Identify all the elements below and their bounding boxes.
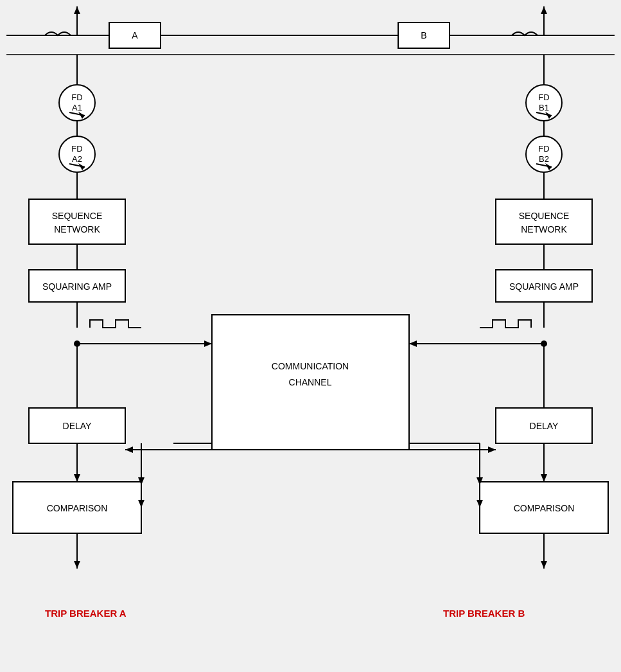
squaring-amp-right-label: SQUARING AMP <box>509 281 579 292</box>
fd-a2-sublabel: A2 <box>72 154 82 164</box>
fd-a1-sublabel: A1 <box>72 103 82 112</box>
breaker-b-label: B <box>421 30 426 40</box>
fd-a2-label: FD <box>71 144 82 154</box>
fd-b2-label: FD <box>538 144 549 154</box>
svg-rect-48 <box>496 199 592 244</box>
seq-net-left-label1: SEQUENCE <box>52 211 103 221</box>
trip-breaker-b-label: TRIP BREAKER B <box>443 608 525 619</box>
delay-left-label: DELAY <box>63 421 92 431</box>
fd-b2-sublabel: B2 <box>539 154 549 164</box>
seq-net-right-label2: NETWORK <box>521 224 567 234</box>
comm-channel-label2: CHANNEL <box>289 377 332 387</box>
fd-b1-sublabel: B1 <box>539 103 549 112</box>
seq-net-left-label2: NETWORK <box>54 224 100 234</box>
comm-channel-label1: COMMUNICATION <box>272 361 349 371</box>
svg-rect-18 <box>29 199 125 244</box>
breaker-a-label: A <box>132 30 138 40</box>
squaring-amp-left-label: SQUARING AMP <box>42 281 112 292</box>
fd-b1-label: FD <box>538 93 549 102</box>
comparison-left-label: COMPARISON <box>47 503 108 513</box>
trip-breaker-a-label: TRIP BREAKER A <box>45 608 127 619</box>
comparison-right-label: COMPARISON <box>514 503 575 513</box>
fd-a1-label: FD <box>71 93 82 102</box>
seq-net-right-label1: SEQUENCE <box>519 211 570 221</box>
delay-right-label: DELAY <box>530 421 559 431</box>
